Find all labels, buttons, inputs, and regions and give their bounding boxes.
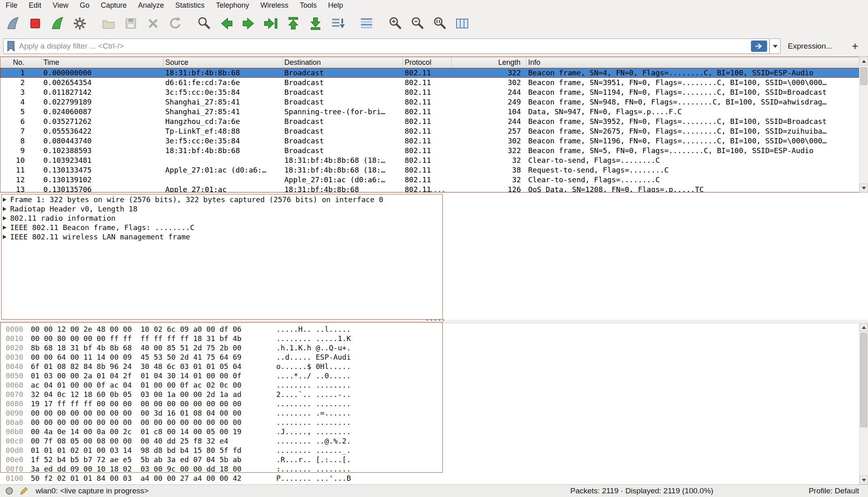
go-to-packet-icon[interactable] [261,14,281,33]
packet-row[interactable]: 20.002654354d6:61:fe:cd:7a:6eBroadcast80… [0,78,868,87]
find-packet-icon[interactable] [194,14,214,33]
menu-item-telephony[interactable]: Telephony [210,0,255,11]
hex-line[interactable]: 005001 03 00 00 2a 01 04 2f 01 04 30 14 … [0,371,868,380]
zoom-reset-icon[interactable] [430,14,450,33]
hex-line[interactable]: 00d001 01 01 02 01 00 03 14 98 d8 bd b4 … [0,446,868,455]
hex-line[interactable]: 00208b 68 18 31 bf 4b 8b 68 40 00 85 51 … [0,343,868,352]
zoom-out-icon[interactable] [408,14,427,33]
hex-line[interactable]: 0060ac 04 01 00 00 0f ac 04 01 00 00 0f … [0,380,868,390]
packet-row[interactable]: 70.055536422Tp-LinkT_ef:48:88Broadcast80… [0,126,868,136]
packet-row[interactable]: 120.130139102Apple_27:01:ac (d0:a6:…802.… [0,175,868,185]
go-first-icon[interactable] [284,14,303,33]
hex-line[interactable]: 007032 04 0c 12 18 60 0b 05 03 00 1a 00 … [0,390,868,399]
expand-arrow-icon[interactable] [3,207,6,211]
go-last-icon[interactable] [306,14,325,33]
menu-item-wireless[interactable]: Wireless [255,0,294,11]
detail-line[interactable]: Radiotap Header v0, Length 18 [0,204,868,213]
hex-pane-scrollbar[interactable] [859,323,868,484]
menu-item-file[interactable]: File [0,0,23,11]
edit-comment-icon[interactable] [19,486,29,496]
detail-line[interactable]: 802.11 radio information [0,213,868,223]
expand-arrow-icon[interactable] [3,216,6,220]
packet-row[interactable]: 40.022799189Shanghai_27:85:41Broadcast80… [0,97,868,107]
hex-line[interactable]: 003000 00 64 00 11 14 00 09 45 53 50 2d … [0,352,868,362]
hex-line[interactable]: 010050 f2 02 01 01 84 00 03 a4 00 00 27 … [0,474,868,483]
column-header-len[interactable]: Length [452,57,527,68]
scrollbar-thumb[interactable] [860,333,867,427]
menu-item-tools[interactable]: Tools [294,0,322,11]
hex-line[interactable]: 001000 00 80 00 00 00 ff ff ff ff ff ff … [0,334,868,343]
add-filter-button[interactable]: + [852,41,858,52]
detail-line[interactable]: Frame 1: 322 bytes on wire (2576 bits), … [0,195,868,204]
hex-line[interactable]: 00a000 00 00 00 00 00 00 00 00 00 00 00 … [0,418,868,427]
expand-arrow-icon[interactable] [3,226,6,230]
hex-line[interactable]: 000000 00 12 00 2e 48 00 00 10 02 6c 09 … [0,324,868,334]
menu-item-edit[interactable]: Edit [23,0,47,11]
profile-selector[interactable]: Profile: Default [808,486,859,495]
packet-row[interactable]: 110.130133475Apple_27:01:ac (d0:a6:…18:3… [0,165,868,175]
column-header-no[interactable]: No. [0,57,42,68]
zoom-in-icon[interactable] [386,14,405,33]
hex-line[interactable]: 00c000 7f 08 05 00 08 00 00 00 40 dd 25 … [0,436,868,446]
expression-button[interactable]: Expression... [788,42,832,51]
save-file-icon[interactable] [121,14,141,33]
detail-line[interactable]: IEEE 802.11 Beacon frame, Flags: .......… [0,223,868,232]
apply-filter-button[interactable] [751,41,767,52]
column-header-dst[interactable]: Destination [283,57,403,68]
packet-row[interactable]: 30.0118271423c:f5:cc:0e:35:84Broadcast80… [0,87,868,97]
open-file-icon[interactable] [99,14,118,33]
display-filter-field[interactable] [3,38,770,54]
close-file-icon[interactable] [143,14,163,33]
filter-history-dropdown[interactable] [770,38,781,54]
go-back-icon[interactable] [217,14,236,33]
expand-arrow-icon[interactable] [3,235,6,239]
menu-item-help[interactable]: Help [322,0,349,11]
column-header-proto[interactable]: Protocol [403,57,452,68]
hex-line[interactable]: 009000 00 00 00 00 00 00 00 00 3d 16 01 … [0,408,868,418]
go-forward-icon[interactable] [239,14,258,33]
menu-item-analyze[interactable]: Analyze [132,0,170,11]
menubar: FileEditViewGoCaptureAnalyzeStatisticsTe… [0,0,868,11]
scroll-down-icon[interactable] [859,183,868,192]
bookmark-icon[interactable] [6,40,16,52]
menu-item-capture[interactable]: Capture [95,0,132,11]
main-toolbar [0,11,868,36]
hex-line[interactable]: 00406f 01 08 82 84 8b 96 24 30 48 6c 03 … [0,362,868,371]
stop-capture-icon[interactable] [26,14,45,33]
column-header-time[interactable]: Time [42,57,164,68]
scroll-up-icon[interactable] [859,57,868,66]
capture-status-icon[interactable] [6,487,13,495]
colorize-icon[interactable] [357,14,376,33]
detail-line[interactable]: IEEE 802.11 wireless LAN management fram… [0,232,868,241]
auto-scroll-icon[interactable] [328,14,348,33]
hex-line[interactable]: 00e01f 52 b4 b5 b7 72 ae e5 5b ab 3a ed … [0,455,868,464]
packet-row[interactable]: 50.024060087Shanghai_27:85:41Spanning-tr… [0,107,868,117]
packet-row[interactable]: 60.035271262Hangzhou_cd:7a:6eBroadcast80… [0,117,868,126]
packet-row[interactable]: 90.10238859318:31:bf:4b:8b:68Broadcast80… [0,146,868,156]
packet-row[interactable]: 100.10392348118:31:bf:4b:8b:68 (18:…802.… [0,156,868,165]
hex-line[interactable]: 008019 17 ff ff ff 00 00 00 00 00 00 00 … [0,399,868,408]
restart-capture-icon[interactable] [48,14,67,33]
packet-list-scrollbar[interactable] [859,57,868,192]
capture-options-icon[interactable] [70,14,90,33]
packet-row[interactable]: 10.00000000018:31:bf:4b:8b:68Broadcast80… [0,68,868,78]
packet-row[interactable]: 80.0804437403e:f5:cc:0e:35:84Broadcast80… [0,136,868,146]
column-header-src[interactable]: Source [164,57,283,68]
scroll-up-icon[interactable] [859,323,868,332]
resize-columns-icon[interactable] [452,14,472,33]
reload-file-icon[interactable] [166,14,185,33]
start-capture-icon[interactable] [3,14,23,33]
hex-line[interactable]: 00f03a ed dd 09 00 10 18 02 03 00 9c 00 … [0,464,868,474]
scroll-down-icon[interactable] [859,476,868,484]
menu-item-view[interactable]: View [47,0,74,11]
pane-splitter-handle[interactable] [421,318,450,322]
menu-item-go[interactable]: Go [74,0,95,11]
pane-splitter-handle[interactable] [421,190,450,193]
hex-line[interactable]: 00b000 4a 0e 14 00 0a 00 2c 01 c8 00 14 … [0,427,868,436]
expand-arrow-icon[interactable] [3,198,6,202]
scrollbar-thumb[interactable] [860,67,867,85]
column-header-info[interactable]: Info [527,57,868,68]
display-filter-input[interactable] [19,42,751,51]
menu-item-statistics[interactable]: Statistics [170,0,210,11]
chevron-down-icon [773,45,778,48]
